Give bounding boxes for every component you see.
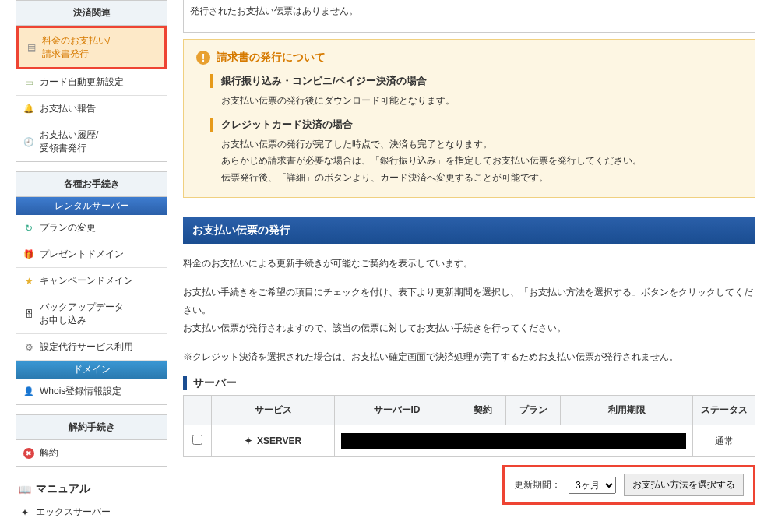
issue-desc-3: ※クレジット決済を選択された場合は、お支払い確定画面で決済処理が完了するためお支… [183,348,755,366]
sidebar-item-setup-proxy[interactable]: 設定代行サービス利用 [16,334,167,361]
th-period: 利用期限 [561,396,693,425]
sidebar-item-label: お支払い履歴/ 受領書発行 [40,129,98,155]
sidebar-item-label: プレゼントドメイン [40,248,124,261]
th-server-id: サーバーID [335,396,459,425]
issue-desc-1: 料金のお支払いによる更新手続きが可能なご契約を表示しています。 [183,255,755,273]
service-cell: XSERVER [245,435,301,446]
redacted-bar [341,433,686,449]
book-icon [19,483,31,495]
sidebar-item-plan-change[interactable]: プランの変更 [16,215,167,241]
sidebar-block-procedures: 各種お手続き レンタルサーバー プランの変更 プレゼントドメイン キャンペーンド… [16,171,167,405]
xserver-logo-icon [245,435,254,446]
person-icon [23,386,35,398]
sidebar-header-payment: 決済関連 [16,1,167,26]
sidebar-item-label: Whois登録情報設定 [40,385,121,398]
period-label: 更新期間： [514,478,561,491]
table-row: XSERVER 通常 [184,425,755,457]
sidebar-item-label: エックスサーバー [36,506,111,519]
info-text-bank: お支払い伝票の発行後にダウンロード可能となります。 [221,93,742,110]
sidebar-block-payment: 決済関連 料金のお支払い/ 請求書発行 カード自動更新設定 お支払い報告 お支払… [16,0,167,162]
info-text-credit: お支払い伝票の発行が完了した時点で、決済も完了となります。 あらかじめ請求書が必… [221,136,742,187]
sidebar-item-label: バックアップデータ お申し込み [40,301,124,327]
sidebar-item-label: キャンペーンドメイン [40,274,133,287]
sidebar-item-present-domain[interactable]: プレゼントドメイン [16,241,167,268]
sidebar-item-label: プランの変更 [40,221,96,234]
sidebar-item-cancel[interactable]: 解約 [16,440,167,466]
sidebar-item-xserver-manual[interactable]: エックスサーバー [16,499,167,525]
card-icon [23,76,35,89]
sidebar-section-label: マニュアル [36,482,90,496]
subsection-label: サーバー [193,376,237,390]
sidebar-block-cancel: 解約手続き 解約 [16,414,167,467]
period-select[interactable]: 3ヶ月 [569,477,616,494]
vertical-bar-icon [183,376,187,390]
sidebar-item-label: お支払い報告 [40,102,96,115]
info-icon: ! [196,51,210,65]
sidebar-item-payment-history[interactable]: お支払い履歴/ 受領書発行 [16,122,167,161]
info-title-text: 請求書の発行について [217,51,326,65]
sidebar-item-card-auto[interactable]: カード自動更新設定 [16,69,167,96]
sidebar-item-whois[interactable]: Whois登録情報設定 [16,379,167,404]
top-note: 発行されたお支払い伝票はありません。 [184,0,755,29]
sidebar-section-manual: マニュアル [16,476,167,499]
cancel-icon [23,447,35,460]
th-status: ステータス [693,396,755,425]
clock-icon [23,136,35,148]
sidebar-header-cancel: 解約手続き [16,415,167,440]
th-contract: 契約 [459,396,506,425]
row-checkbox[interactable] [192,435,202,445]
server-table: サービス サーバーID 契約 プラン 利用期限 ステータス XSERVER [183,395,755,457]
select-payment-method-button[interactable]: お支払い方法を選択する [624,474,744,496]
xserver-icon [19,506,31,519]
sidebar-item-label: 料金のお支払い/ 請求書発行 [42,34,110,61]
database-icon [23,308,35,320]
gift-icon [23,248,35,261]
bell-icon [23,103,35,115]
star-icon [23,275,35,287]
info-title: ! 請求書の発行について [196,51,742,65]
th-checkbox [184,396,212,425]
gear-icon [23,341,35,354]
sidebar-item-label: 解約 [40,446,58,460]
sidebar-item-backup[interactable]: バックアップデータ お申し込み [16,294,167,334]
info-box-invoice: ! 請求書の発行について 銀行振り込み・コンビニ/ペイジー決済の場合 お支払い伝… [183,39,755,198]
subsection-server: サーバー [183,376,755,390]
sidebar-item-label: 設定代行サービス利用 [40,340,133,354]
sidebar-item-campaign-domain[interactable]: キャンペーンドメイン [16,268,167,294]
action-row: 更新期間： 3ヶ月 お支払い方法を選択する [502,465,755,505]
status-cell: 通常 [693,425,755,457]
sidebar-item-payment-report[interactable]: お支払い報告 [16,96,167,122]
info-subheading-credit: クレジットカード決済の場合 [210,118,742,132]
section-bar-issue: お支払い伝票の発行 [183,217,755,244]
info-subheading-bank: 銀行振り込み・コンビニ/ペイジー決済の場合 [210,74,742,88]
sidebar-subheader-domain: ドメイン [16,361,167,379]
sidebar-header-procedures: 各種お手続き [16,172,167,197]
th-service: サービス [212,396,335,425]
document-icon [25,41,37,54]
swap-icon [23,222,35,234]
sidebar-subheader-server: レンタルサーバー [16,197,167,215]
sidebar-item-payment-invoice[interactable]: 料金のお支払い/ 請求書発行 [19,28,164,67]
th-plan: プラン [506,396,561,425]
service-name: XSERVER [257,435,301,446]
issue-desc-2: お支払い手続きをご希望の項目にチェックを付け、表下より更新期間を選択し、「お支払… [183,284,755,336]
sidebar-item-label: カード自動更新設定 [40,76,124,89]
